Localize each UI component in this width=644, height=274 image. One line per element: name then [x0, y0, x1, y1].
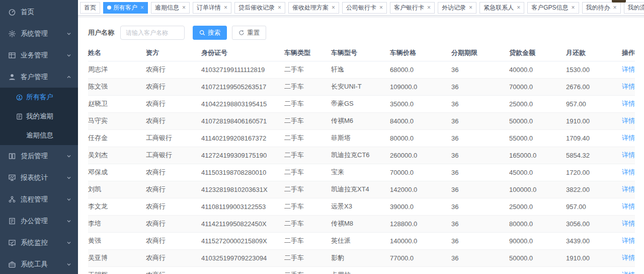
detail-link[interactable]: 详情	[622, 151, 635, 159]
cell-monthly: 957.00	[566, 198, 619, 215]
tab-label: 客户银行卡	[394, 4, 424, 12]
cell-loan: 40000.0	[509, 61, 566, 78]
cell-loan: 55000.0	[509, 129, 566, 147]
col-header-loan: 贷款金额	[509, 45, 566, 61]
col-header-id: 身份证号	[201, 45, 284, 61]
cell-loan	[509, 266, 566, 274]
sidebar-item-business-mgmt[interactable]: 业务管理	[0, 44, 78, 66]
sidebar-item-label: 报表统计	[21, 173, 66, 182]
sidebar-item-office-mgmt[interactable]: 办公管理	[0, 210, 78, 232]
chart-monitor-icon	[8, 174, 16, 182]
detail-link[interactable]: 详情	[622, 65, 635, 73]
detail-link[interactable]: 详情	[622, 83, 635, 90]
tab-0[interactable]: 首页	[80, 2, 100, 14]
sidebar-item-label: 业务管理	[21, 51, 66, 60]
tab-10[interactable]: 客户GPS信息×	[527, 2, 579, 14]
sidebar-item-system-monitor[interactable]: 系统监控	[0, 232, 78, 253]
tab-9[interactable]: 紧急联系人×	[479, 2, 524, 14]
col-header-monthly: 月还款	[566, 45, 619, 61]
detail-link[interactable]: 详情	[622, 117, 635, 124]
cell-id_no: 410327199111112819	[201, 61, 284, 78]
cell-loan: 165000.0	[509, 147, 566, 164]
reset-button[interactable]: 重置	[232, 26, 266, 40]
cell-id_no: 411402199208167372	[201, 129, 284, 147]
search-button[interactable]: 搜索	[193, 26, 227, 40]
tab-close-icon[interactable]: ×	[140, 5, 144, 11]
sidebar-item-my-overdue[interactable]: 我的逾期	[0, 107, 78, 126]
customer-name-input[interactable]	[120, 26, 185, 40]
table-row: 吴亚博农商行410325199709223094二手车影豹77000.03650…	[88, 249, 635, 266]
cell-vehicle_type: 二手车	[284, 61, 331, 78]
chevron-down-icon	[66, 31, 71, 36]
tab-close-icon[interactable]: ×	[379, 5, 383, 11]
sidebar-item-system-tools[interactable]: 系统工具	[0, 253, 78, 274]
cell-action: 详情	[619, 232, 635, 249]
tab-3[interactable]: 订单详情×	[193, 2, 231, 14]
sidebar-item-postloan-mgmt[interactable]: 贷后管理	[0, 145, 78, 167]
sidebar-item-process-mgmt[interactable]: 流程管理	[0, 188, 78, 210]
cell-price: 77000.0	[390, 249, 451, 266]
cell-monthly: 2676.00	[566, 78, 619, 95]
tab-close-icon[interactable]: ×	[182, 5, 186, 11]
sidebar-item-overdue-info[interactable]: 逾期信息	[0, 126, 78, 145]
chevron-down-icon	[66, 262, 71, 267]
tab-close-icon[interactable]: ×	[571, 5, 575, 11]
detail-link[interactable]: 详情	[622, 220, 635, 227]
detail-link[interactable]: 详情	[622, 185, 635, 193]
sidebar-item-label: 所有客户	[26, 93, 53, 102]
tab-11[interactable]: 我的待办×	[582, 2, 621, 14]
detail-link[interactable]: 详情	[622, 202, 635, 210]
cell-action: 详情	[619, 215, 635, 232]
cell-action: 详情	[619, 181, 635, 198]
cell-funder: 农商行	[146, 112, 201, 129]
cell-term	[451, 266, 509, 274]
tab-12[interactable]: 我的流程×	[624, 2, 644, 14]
sidebar-item-label: 系统工具	[21, 260, 66, 269]
tab-close-icon[interactable]: ×	[517, 5, 520, 11]
cell-id_no: 411503198708280010	[201, 164, 284, 181]
tab-4[interactable]: 贷后催收记录×	[234, 2, 285, 14]
sidebar-item-label: 客户管理	[21, 73, 66, 82]
cell-id_no: 41232819810203631X	[201, 181, 284, 198]
cell-loan: 80000.0	[509, 215, 566, 232]
cell-model: 宝来	[331, 164, 390, 181]
detail-link[interactable]: 详情	[622, 168, 635, 176]
tab-7[interactable]: 客户银行卡×	[390, 2, 435, 14]
detail-link[interactable]: 详情	[622, 254, 635, 261]
sidebar-item-home[interactable]: 首页	[0, 1, 78, 23]
tab-close-icon[interactable]: ×	[427, 5, 431, 11]
cell-id_no: 410728198406160571	[201, 112, 284, 129]
cell-funder: 农商行	[146, 95, 201, 112]
tab-1[interactable]: 所有客户×	[103, 2, 148, 14]
tools-icon	[8, 260, 16, 268]
sidebar-item-report-stats[interactable]: 报表统计	[0, 167, 78, 188]
sidebar-item-customer-mgmt[interactable]: 客户管理	[0, 66, 78, 88]
cell-funder: 农商行	[146, 164, 201, 181]
tab-close-icon[interactable]: ×	[613, 5, 617, 11]
sidebar-item-system-mgmt[interactable]: 系统管理	[0, 23, 78, 44]
sidebar-item-label: 贷后管理	[21, 152, 66, 161]
tab-close-icon[interactable]: ×	[469, 5, 472, 11]
detail-link[interactable]: 详情	[622, 271, 635, 274]
cell-term: 36	[451, 249, 509, 266]
sidebar-item-all-customers[interactable]: 所有客户	[0, 88, 78, 107]
tab-2[interactable]: 逾期信息×	[151, 2, 190, 14]
cell-loan: 90000.0	[509, 232, 566, 249]
tab-6[interactable]: 公司银行卡×	[342, 2, 387, 14]
sidebar: 首页 系统管理 业务管理 客户管理 所有客户	[0, 0, 78, 274]
cell-vehicle_type: 二手车	[284, 164, 331, 181]
table-row: 马守宾农商行410728198406160571二手车传祺M684000.036…	[88, 112, 635, 129]
cell-term: 36	[451, 78, 509, 95]
tab-5[interactable]: 催收处理方案×	[288, 2, 339, 14]
detail-link[interactable]: 详情	[622, 134, 635, 142]
cell-action: 详情	[619, 112, 635, 129]
cell-action: 详情	[619, 147, 635, 164]
tab-close-icon[interactable]: ×	[278, 5, 281, 11]
tab-close-icon[interactable]: ×	[332, 5, 335, 11]
detail-link[interactable]: 详情	[622, 237, 635, 244]
tab-close-icon[interactable]: ×	[224, 5, 227, 11]
tab-8[interactable]: 外访记录×	[438, 2, 476, 14]
detail-link[interactable]: 详情	[622, 100, 635, 107]
cell-id_no: 412724199309175190	[201, 147, 284, 164]
cell-monthly: 1720.00	[566, 164, 619, 181]
